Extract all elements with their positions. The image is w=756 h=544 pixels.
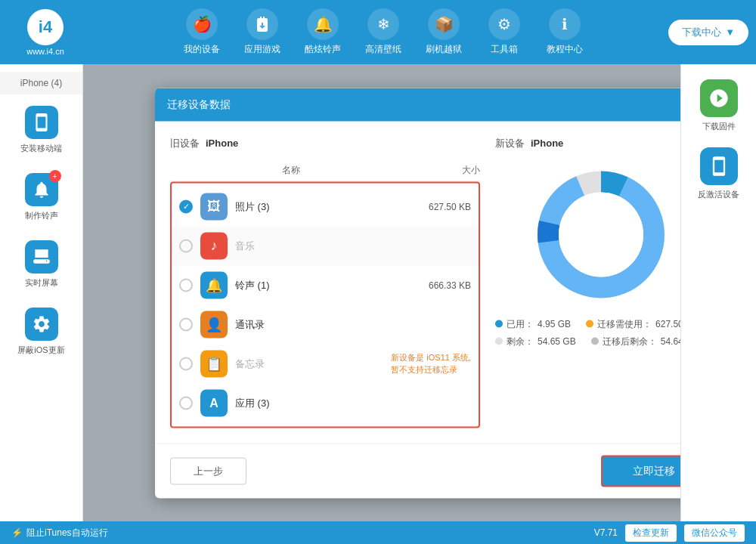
legend-free-label: 剩余： (507, 335, 534, 348)
nav-ringtone-label: 酷炫铃声 (305, 43, 341, 56)
legend-migrate-dot (586, 320, 593, 328)
legend-after-label: 迁移后剩余： (603, 335, 657, 348)
right-item-firmware[interactable]: 下载固件 (700, 79, 738, 132)
music-icon: ♪ (200, 232, 228, 259)
nav-tutorial-icon: ℹ (549, 8, 581, 40)
list-item-music: ♪ 音乐 (172, 226, 479, 265)
list-item-photos: 🖼 照片 (3) 627.50 KB (172, 187, 479, 226)
sidebar-item-screen[interactable]: 实时屏幕 (8, 233, 76, 296)
nav-ringtone[interactable]: 🔔 酷炫铃声 (296, 8, 349, 56)
version-text: V7.71 (594, 527, 618, 538)
itunes-block-btn[interactable]: ⚡ 阻止iTunes自动运行 (11, 527, 108, 539)
wechat-button[interactable]: 微信公众号 (684, 524, 745, 542)
modal-header: 迁移设备数据 × (155, 88, 680, 121)
contacts-name: 通讯录 (235, 317, 395, 331)
sidebar-label-screen: 实时屏幕 (25, 277, 58, 289)
list-item-ringtone: 🔔 铃声 (1) 666.33 KB (172, 265, 479, 304)
contacts-icon: 👤 (200, 311, 228, 338)
sidebar: iPhone (4) 安装移动端 + 制作铃声 实时屏幕 屏蔽iOS更新 (0, 64, 83, 521)
legend-free-value: 54.65 GB (538, 336, 576, 347)
ringtone-icon: + (25, 173, 58, 206)
nav-wallpaper-icon: ❄ (367, 8, 399, 40)
right-item-anti-activate[interactable]: 反激活设备 (698, 147, 739, 200)
sidebar-label-ringtone: 制作铃声 (25, 210, 58, 221)
apps-icon: A (200, 389, 228, 416)
legend-after-dot (591, 338, 599, 345)
apps-checkbox[interactable] (179, 396, 193, 410)
legend-used-label: 已用： (507, 317, 534, 330)
left-panel: 旧设备 iPhone 名称 大小 🖼 照片 (3) 627.50 KB (170, 136, 480, 428)
col-size-header: 大小 (412, 163, 480, 176)
ringtone-checkbox[interactable] (179, 278, 193, 292)
notes-checkbox[interactable] (179, 357, 193, 370)
sidebar-item-install[interactable]: 安装移动端 (8, 98, 76, 162)
legend-migrate-label: 迁移需使用： (597, 317, 652, 330)
migrate-button[interactable]: 立即迁移 (601, 455, 680, 487)
right-sidebar: 下载固件 反激活设备 (680, 64, 756, 521)
list-item-contacts: 👤 通讯录 (172, 304, 479, 344)
nav-toolbox-icon: ⚙ (488, 8, 520, 40)
migrate-modal: 迁移设备数据 × 旧设备 iPhone 名称 大小 (155, 88, 680, 498)
anti-activate-icon (700, 147, 738, 185)
legend-migrate-value: 627.50 KB (655, 319, 680, 329)
firmware-icon (700, 79, 738, 117)
sidebar-item-block-update[interactable]: 屏蔽iOS更新 (8, 300, 76, 363)
list-item-apps: A 应用 (3) (172, 383, 479, 422)
nav-toolbox-label: 工具箱 (491, 43, 518, 56)
logo-area: i4 www.i4.cn (8, 9, 83, 56)
bottom-bar: ⚡ 阻止iTunes自动运行 V7.71 检查更新 微信公众号 (0, 521, 756, 544)
table-header: 名称 大小 (170, 159, 480, 181)
storage-chart (495, 166, 680, 302)
nav-jailbreak-label: 刷机越狱 (426, 43, 462, 56)
photos-size: 627.50 KB (403, 201, 471, 212)
firmware-label: 下载固件 (702, 121, 736, 132)
nav-app-games[interactable]: 应用游戏 (236, 8, 289, 56)
photos-icon: 🖼 (200, 193, 228, 220)
check-update-button[interactable]: 检查更新 (625, 524, 677, 542)
ringtone-size: 666.33 KB (403, 280, 471, 290)
legend-area: 已用： 4.95 GB 迁移需使用： 627.50 KB (495, 317, 680, 352)
item-list: 🖼 照片 (3) 627.50 KB ♪ 音乐 (170, 181, 480, 428)
ringtone-item-icon: 🔔 (200, 271, 228, 298)
photos-name: 照片 (3) (235, 199, 395, 213)
nav-wallpaper-label: 高清壁纸 (365, 43, 401, 56)
modal-body: 旧设备 iPhone 名称 大小 🖼 照片 (3) 627.50 KB (155, 121, 680, 443)
nav-bar: 🍎 我的设备 应用游戏 🔔 酷炫铃声 ❄ 高清壁纸 📦 刷机越狱 ⚙ 工具箱 ℹ… (98, 8, 668, 56)
contacts-checkbox[interactable] (179, 317, 193, 331)
right-panel: 新设备 iPhone (495, 136, 680, 428)
music-checkbox[interactable] (179, 239, 193, 252)
logo-icon: i4 (27, 9, 64, 45)
col-name-header: 名称 (170, 163, 412, 176)
nav-app-games-label: 应用游戏 (244, 43, 280, 56)
modal-footer: 上一步 立即迁移 (155, 443, 680, 498)
legend-free-dot (495, 338, 503, 345)
sidebar-label-install: 安装移动端 (20, 143, 62, 154)
legend-used-value: 4.95 GB (538, 319, 571, 329)
sidebar-item-ringtone[interactable]: + 制作铃声 (8, 165, 76, 229)
nav-wallpaper[interactable]: ❄ 高清壁纸 (357, 8, 410, 56)
notes-name: 备忘录 (235, 357, 383, 370)
sidebar-label-block-update: 屏蔽iOS更新 (17, 345, 64, 356)
ringtone-badge: + (49, 170, 61, 182)
photos-checkbox[interactable] (179, 199, 193, 213)
itunes-block-icon: ⚡ (11, 527, 23, 538)
legend-migrate: 迁移需使用： 627.50 KB (586, 317, 680, 330)
nav-app-games-icon (246, 8, 278, 40)
install-app-icon (25, 106, 58, 139)
main-area: iPhone (4) 安装移动端 + 制作铃声 实时屏幕 屏蔽iOS更新 (0, 64, 756, 521)
new-device-label: 新设备 iPhone (495, 136, 680, 150)
prev-button[interactable]: 上一步 (170, 457, 246, 484)
download-center-button[interactable]: 下载中心 ▼ (668, 20, 748, 45)
music-name: 音乐 (235, 239, 395, 252)
nav-toolbox[interactable]: ⚙ 工具箱 (478, 8, 531, 56)
screen-icon (25, 240, 58, 274)
nav-my-device[interactable]: 🍎 我的设备 (175, 8, 228, 56)
old-device-label: 旧设备 iPhone (170, 136, 480, 150)
nav-jailbreak[interactable]: 📦 刷机越狱 (417, 8, 470, 56)
apps-name: 应用 (3) (235, 396, 395, 410)
nav-tutorial[interactable]: ℹ 教程中心 (538, 8, 591, 56)
legend-after: 迁移后剩余： 54.64 GB (591, 335, 680, 348)
top-bar: i4 www.i4.cn 🍎 我的设备 应用游戏 🔔 酷炫铃声 ❄ 高清壁纸 📦… (0, 0, 756, 64)
sidebar-title: iPhone (4) (0, 72, 82, 94)
svg-point-4 (559, 192, 643, 277)
